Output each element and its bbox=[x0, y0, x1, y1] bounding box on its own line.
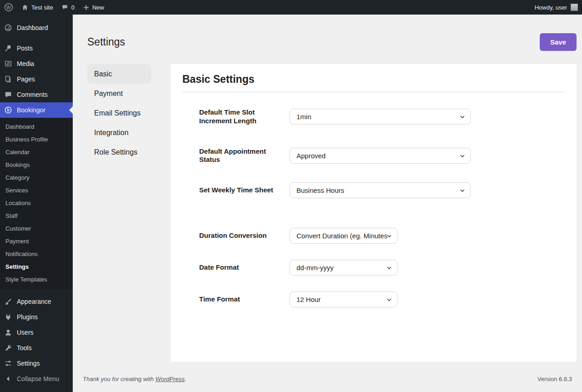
field-label: Date Format bbox=[199, 263, 290, 272]
field-label: Set Weekly Time Sheet bbox=[199, 186, 290, 195]
field-label: Default Appointment Status bbox=[199, 147, 290, 165]
page-header: Settings Save bbox=[87, 32, 577, 52]
submenu-item-style-templates[interactable]: Style Templates bbox=[0, 273, 73, 286]
sidebar-item-comments[interactable]: Comments bbox=[0, 87, 73, 102]
form-row: Default Appointment Status Approved bbox=[199, 147, 565, 165]
submenu-item-category[interactable]: Category bbox=[0, 171, 73, 184]
form-row: Duration Conversion Convert Duration (eg… bbox=[199, 228, 565, 244]
sidebar-item-label: Posts bbox=[17, 45, 33, 52]
footer-version: Version 6.8.3 bbox=[537, 376, 572, 382]
sidebar-item-label: Media bbox=[17, 60, 34, 67]
pages-icon bbox=[4, 75, 13, 84]
sidebar-item-label: Appearance bbox=[17, 298, 51, 305]
avatar bbox=[571, 4, 578, 11]
bookingor-icon: b bbox=[4, 106, 13, 115]
form-row: Time Format 12 Hour bbox=[199, 291, 565, 307]
site-name-menu[interactable]: Test site bbox=[17, 0, 57, 15]
submenu-item-dashboard[interactable]: Dashboard bbox=[0, 121, 73, 133]
account-menu[interactable]: Howdy, user bbox=[531, 0, 582, 15]
sidebar-item-media[interactable]: Media bbox=[0, 56, 73, 71]
sidebar-item-appearance[interactable]: Appearance bbox=[0, 294, 73, 309]
save-button[interactable]: Save bbox=[540, 33, 577, 51]
sidebar-item-pages[interactable]: Pages bbox=[0, 71, 73, 87]
weekly-time-sheet-select[interactable]: Business Hours bbox=[290, 182, 471, 198]
submenu-item-calendar[interactable]: Calendar bbox=[0, 146, 73, 159]
chevron-down-icon bbox=[459, 153, 466, 159]
wrench-icon bbox=[4, 343, 13, 352]
submenu-item-staff[interactable]: Staff bbox=[0, 210, 73, 222]
wordpress-logo[interactable]: W bbox=[0, 0, 17, 15]
wordpress-link[interactable]: WordPress bbox=[156, 376, 185, 382]
svg-text:b: b bbox=[7, 108, 9, 112]
default-appointment-status-select[interactable]: Approved bbox=[290, 148, 471, 164]
field-label: Default Time Slot Increment Length bbox=[199, 108, 290, 126]
form-row: Set Weekly Time Sheet Business Hours bbox=[199, 182, 565, 198]
tab-email-settings[interactable]: Email Settings bbox=[87, 103, 151, 123]
sidebar-item-label: Users bbox=[17, 329, 34, 336]
basic-settings-panel: Basic Settings Default Time Slot Increme… bbox=[171, 64, 577, 362]
plug-icon bbox=[4, 312, 13, 322]
panel-title: Basic Settings bbox=[182, 73, 565, 85]
select-value: dd-mm-yyyy bbox=[296, 264, 334, 271]
chevron-down-icon bbox=[386, 297, 392, 303]
chevron-down-icon bbox=[386, 233, 392, 239]
select-value: Convert Duration (eg. Minutes bbox=[296, 232, 387, 240]
submenu-item-notifications[interactable]: Notifications bbox=[0, 248, 73, 261]
comments-menu[interactable]: 0 bbox=[57, 0, 79, 15]
tab-payment[interactable]: Payment bbox=[87, 84, 151, 103]
time-format-select[interactable]: 12 Hour bbox=[290, 291, 397, 307]
comments-icon bbox=[4, 90, 13, 99]
sidebar-item-plugins[interactable]: Plugins bbox=[0, 309, 73, 325]
sidebar-item-tools[interactable]: Tools bbox=[0, 340, 73, 356]
svg-text:W: W bbox=[6, 5, 11, 10]
select-value: Business Hours bbox=[296, 186, 344, 194]
media-icon bbox=[4, 59, 13, 68]
submenu-item-payment[interactable]: Payment bbox=[0, 235, 73, 248]
submenu-item-services[interactable]: Services bbox=[0, 184, 73, 197]
sidebar-item-label: Plugins bbox=[17, 313, 38, 321]
collapse-menu-button[interactable]: Collapse Menu bbox=[0, 371, 73, 387]
submenu-item-locations[interactable]: Locations bbox=[0, 197, 73, 210]
sidebar-item-settings[interactable]: Settings bbox=[0, 356, 73, 371]
pushpin-icon bbox=[4, 44, 13, 53]
sidebar-item-bookingor[interactable]: b Bookingor bbox=[0, 102, 73, 118]
footer-thanks-text: Thank you for creating with bbox=[83, 376, 156, 382]
settings-form: Default Time Slot Increment Length 1min … bbox=[182, 92, 565, 307]
sidebar-item-dashboard[interactable]: Dashboard bbox=[0, 20, 73, 35]
footer-period: . bbox=[185, 376, 186, 382]
sidebar-item-users[interactable]: Users bbox=[0, 325, 73, 340]
submenu-item-bookings[interactable]: Bookings bbox=[0, 159, 73, 171]
new-menu[interactable]: New bbox=[79, 0, 108, 15]
sidebar-item-label: Comments bbox=[17, 91, 48, 98]
submenu-item-customer[interactable]: Customer bbox=[0, 222, 73, 235]
home-icon bbox=[21, 4, 29, 11]
form-row: Date Format dd-mm-yyyy bbox=[199, 260, 565, 276]
admin-footer: Thank you for creating with WordPress. V… bbox=[83, 376, 577, 382]
settings-sliders-icon bbox=[4, 359, 13, 368]
main-content: Settings Save Basic Payment Email Settin… bbox=[73, 0, 582, 392]
page-title: Settings bbox=[87, 36, 125, 48]
comment-bubble-icon bbox=[61, 4, 69, 11]
paintbrush-icon bbox=[4, 297, 13, 306]
tab-integration[interactable]: Integration bbox=[87, 123, 151, 142]
submenu-item-business-profile[interactable]: Business Profile bbox=[0, 133, 73, 146]
sidebar-item-posts[interactable]: Posts bbox=[0, 40, 73, 56]
sidebar-item-label: Dashboard bbox=[17, 24, 48, 31]
duration-conversion-select[interactable]: Convert Duration (eg. Minutes bbox=[290, 228, 397, 244]
menu-separator bbox=[0, 289, 73, 294]
field-label: Time Format bbox=[199, 295, 290, 304]
settings-body: Basic Payment Email Settings Integration… bbox=[87, 64, 577, 362]
plus-icon bbox=[83, 4, 90, 11]
site-name: Test site bbox=[31, 4, 53, 11]
tab-basic[interactable]: Basic bbox=[87, 64, 151, 84]
form-row: Default Time Slot Increment Length 1min bbox=[199, 108, 565, 126]
tab-role-settings[interactable]: Role Settings bbox=[87, 142, 151, 162]
field-label: Duration Conversion bbox=[199, 231, 290, 240]
menu-separator bbox=[0, 35, 73, 40]
chevron-down-icon bbox=[459, 114, 466, 120]
select-value: 1min bbox=[296, 113, 311, 121]
submenu-item-settings[interactable]: Settings bbox=[0, 261, 73, 273]
date-format-select[interactable]: dd-mm-yyyy bbox=[290, 260, 397, 276]
admin-bar: W Test site 0 New Howdy, user bbox=[0, 0, 582, 15]
default-time-slot-select[interactable]: 1min bbox=[290, 109, 471, 125]
